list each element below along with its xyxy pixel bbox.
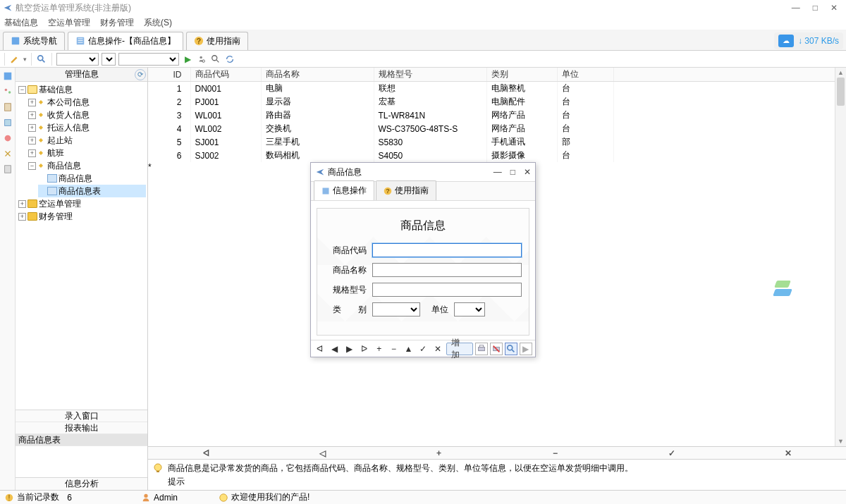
menu-bar: 基础信息 空运单管理 财务管理 系统(S) bbox=[0, 16, 846, 30]
tree-node-shipper[interactable]: +托运人信息 bbox=[28, 121, 146, 134]
dialog-tab-info[interactable]: 信息操作 bbox=[314, 180, 374, 200]
tree-node-company[interactable]: +本公司信息 bbox=[28, 96, 146, 109]
menu-awb[interactable]: 空运单管理 bbox=[48, 17, 90, 29]
tree-node-awb[interactable]: +空运单管理 bbox=[18, 197, 146, 210]
menu-basic-info[interactable]: 基础信息 bbox=[4, 17, 38, 29]
tab-system-nav[interactable]: 系统导航 bbox=[3, 32, 65, 50]
tree-node-flight[interactable]: +航班 bbox=[28, 147, 146, 159]
tree-leaf-product-table[interactable]: 商品信息表 bbox=[38, 185, 146, 197]
svg-rect-2 bbox=[78, 39, 83, 39]
rail-icon-2[interactable] bbox=[2, 86, 13, 97]
nav-next-icon[interactable]: ▶ bbox=[343, 343, 356, 355]
input-product-name[interactable] bbox=[372, 263, 522, 277]
tree-node-basic-info[interactable]: −基础信息 bbox=[18, 83, 146, 96]
table-row[interactable]: 1DN001电脑联想电脑整机台 bbox=[148, 82, 846, 96]
nav-cancel[interactable]: ✕ bbox=[730, 448, 846, 458]
table-row[interactable]: 6SJ002数码相机S4050摄影摄像台 bbox=[148, 149, 846, 162]
nav-prev-icon[interactable]: ◀ bbox=[329, 343, 341, 355]
tree-node-consignee[interactable]: +收货人信息 bbox=[28, 109, 146, 121]
section-analysis[interactable]: 信息分析 bbox=[16, 477, 147, 490]
nav-commit[interactable]: ✓ bbox=[613, 448, 730, 458]
vertical-scrollbar[interactable]: ▲ ▼ bbox=[835, 68, 846, 446]
input-product-spec[interactable] bbox=[372, 283, 522, 297]
toolbar-combo-3[interactable] bbox=[118, 53, 179, 66]
print-cancel-icon[interactable] bbox=[490, 343, 503, 355]
table-row[interactable]: 5SJ001三星手机S5830手机通讯部 bbox=[148, 135, 846, 149]
play-icon[interactable]: ▶ bbox=[182, 54, 193, 65]
rail-icon-5[interactable] bbox=[2, 133, 13, 144]
input-product-code[interactable] bbox=[372, 243, 522, 257]
grid-header-unit[interactable]: 单位 bbox=[557, 68, 613, 82]
tab-product-info[interactable]: 信息操作-【商品信息】 bbox=[68, 32, 183, 50]
commit-icon[interactable]: ✓ bbox=[417, 343, 429, 355]
scroll-down-icon[interactable]: ▼ bbox=[835, 436, 846, 446]
edit-icon[interactable]: ▲ bbox=[403, 343, 415, 355]
tab-icon bbox=[75, 36, 85, 46]
rail-icon-6[interactable] bbox=[2, 148, 13, 159]
window-minimize-button[interactable]: — bbox=[792, 3, 800, 13]
grid-header-spec[interactable]: 规格型号 bbox=[374, 68, 486, 82]
delete-icon[interactable]: − bbox=[388, 343, 400, 355]
grid-header-code[interactable]: 商品代码 bbox=[190, 68, 261, 82]
rail-icon-4[interactable] bbox=[2, 117, 13, 128]
rail-icon-1[interactable] bbox=[2, 70, 13, 82]
dialog-toolbar: ᐊ ◀ ▶ ᐅ + − ▲ ✓ ✕ 增加 ▶ bbox=[311, 340, 535, 357]
print-icon[interactable] bbox=[475, 343, 488, 355]
grid-header-name[interactable]: 商品名称 bbox=[261, 68, 374, 82]
nav-first[interactable]: ᐊ bbox=[148, 448, 264, 458]
nav-add[interactable]: + bbox=[381, 448, 497, 458]
menu-finance[interactable]: 财务管理 bbox=[100, 17, 134, 29]
table-row[interactable]: 3WL001路由器TL-WR841N网络产品台 bbox=[148, 109, 846, 122]
tree-leaf-product-info[interactable]: 商品信息 bbox=[38, 172, 146, 185]
edit-icon[interactable] bbox=[9, 54, 20, 65]
nav-last-icon[interactable]: ᐅ bbox=[358, 343, 371, 355]
tree-node-station[interactable]: +起止站 bbox=[28, 134, 146, 147]
svg-line-34 bbox=[512, 349, 515, 352]
scroll-thumb[interactable] bbox=[837, 78, 845, 106]
find-person-icon[interactable] bbox=[196, 54, 207, 65]
toolbar-combo-2[interactable] bbox=[102, 53, 116, 66]
dialog-tab-guide[interactable]: ? 使用指南 bbox=[376, 180, 436, 200]
section-report[interactable]: 报表输出 bbox=[16, 422, 147, 434]
search-icon[interactable] bbox=[505, 343, 517, 355]
grid-header-category[interactable]: 类别 bbox=[486, 68, 557, 82]
sidebar-title: 管理信息 bbox=[65, 68, 99, 80]
tree-node-finance[interactable]: +财务管理 bbox=[18, 210, 146, 223]
dialog-close-button[interactable]: ✕ bbox=[524, 167, 531, 177]
add-button[interactable]: 增加 bbox=[446, 343, 473, 355]
nav-delete[interactable]: − bbox=[497, 448, 613, 458]
window-maximize-button[interactable]: □ bbox=[813, 3, 818, 13]
tab-guide[interactable]: ? 使用指南 bbox=[186, 32, 248, 50]
rail-icon-7[interactable] bbox=[2, 164, 13, 175]
dialog-maximize-button[interactable]: □ bbox=[510, 167, 515, 177]
window-close-button[interactable]: ✕ bbox=[830, 3, 838, 13]
menu-system[interactable]: 系统(S) bbox=[144, 17, 172, 29]
section-product-table[interactable]: 商品信息表 bbox=[16, 434, 147, 446]
product-grid: ID 商品代码 商品名称 规格型号 类别 单位 1DN001电脑联想电脑整机台2… bbox=[148, 68, 846, 162]
table-row[interactable]: 4WL002交换机WS-C3750G-48TS-S网络产品台 bbox=[148, 122, 846, 135]
add-icon[interactable]: + bbox=[373, 343, 386, 355]
zoom-icon[interactable] bbox=[36, 54, 47, 65]
select-unit[interactable] bbox=[454, 302, 485, 316]
tree-node-product[interactable]: −商品信息 bbox=[28, 159, 146, 172]
dialog-minimize-button[interactable]: — bbox=[494, 167, 502, 177]
hint-bar: 商品信息是记录常发货的商品，它包括商品代码、商品名称、规格型号、类别、单位等信息… bbox=[148, 459, 846, 490]
svg-line-8 bbox=[42, 59, 45, 62]
nav-first-icon[interactable]: ᐊ bbox=[314, 343, 326, 355]
toolbar-combo-1[interactable] bbox=[56, 53, 99, 66]
find-icon[interactable] bbox=[210, 54, 221, 65]
grid-header-id[interactable]: ID bbox=[148, 68, 190, 82]
select-category[interactable] bbox=[372, 302, 420, 316]
scroll-up-icon[interactable]: ▲ bbox=[835, 68, 846, 78]
section-input[interactable]: 录入窗口 bbox=[16, 410, 147, 422]
dialog-titlebar[interactable]: 商品信息 — □ ✕ bbox=[311, 163, 535, 181]
table-row[interactable]: 2PJ001显示器宏基电脑配件台 bbox=[148, 95, 846, 109]
watermark-logo bbox=[774, 278, 797, 300]
nav-prev[interactable]: ◁ bbox=[264, 448, 381, 458]
app-title: 航空货运单管理系统(非注册版) bbox=[16, 2, 131, 14]
refresh-icon[interactable] bbox=[224, 54, 235, 65]
forward-icon[interactable]: ▶ bbox=[520, 343, 532, 355]
sidebar-refresh-button[interactable]: ⟳ bbox=[135, 69, 146, 80]
cancel-icon[interactable]: ✕ bbox=[431, 343, 444, 355]
rail-icon-3[interactable] bbox=[2, 102, 13, 113]
